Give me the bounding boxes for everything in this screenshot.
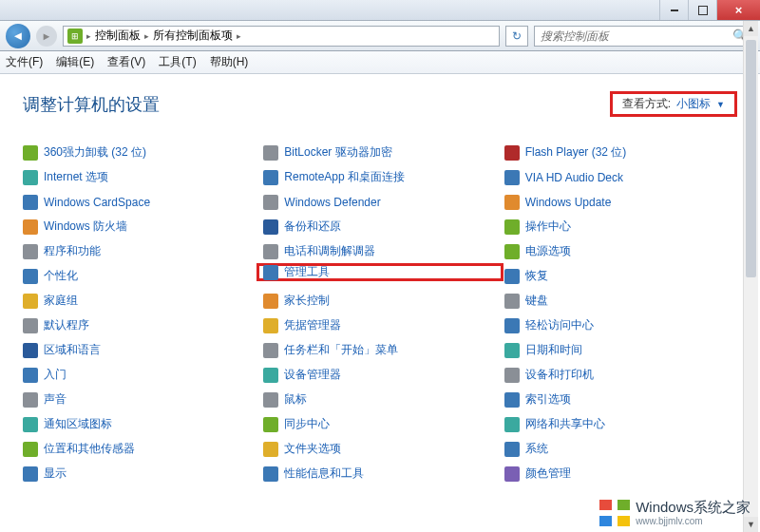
control-panel-item[interactable]: VIA HD Audio Deck xyxy=(504,168,737,186)
control-panel-item[interactable]: 网络和共享中心 xyxy=(504,415,737,433)
breadcrumb-current[interactable]: 所有控制面板项 xyxy=(153,28,233,44)
item-label: 位置和其他传感器 xyxy=(44,441,135,457)
back-button[interactable]: ◄ xyxy=(6,24,30,48)
menu-edit[interactable]: 编辑(E) xyxy=(56,54,94,70)
control-panel-item[interactable]: 性能信息和工具 xyxy=(263,465,496,483)
item-icon xyxy=(263,392,278,408)
item-icon xyxy=(504,195,520,210)
watermark: Windows系统之家 www.bjjmlv.com xyxy=(599,500,750,526)
item-label: 电话和调制解调器 xyxy=(284,243,375,259)
control-panel-item[interactable]: 任务栏和「开始」菜单 xyxy=(263,341,496,359)
control-panel-item[interactable]: 区域和语言 xyxy=(23,341,256,359)
control-panel-item[interactable]: 默认程序 xyxy=(23,316,256,334)
minimize-button[interactable] xyxy=(659,0,688,20)
search-input[interactable] xyxy=(541,29,732,43)
item-label: 性能信息和工具 xyxy=(284,466,364,482)
control-panel-item[interactable]: 360强力卸载 (32 位) xyxy=(23,143,256,162)
close-button[interactable]: × xyxy=(716,0,760,20)
item-label: Windows 防火墙 xyxy=(44,218,127,235)
chevron-down-icon[interactable]: ▼ xyxy=(716,100,725,109)
forward-button[interactable]: ► xyxy=(36,26,57,47)
item-label: 轻松访问中心 xyxy=(525,317,594,333)
menu-tools[interactable]: 工具(T) xyxy=(159,54,196,70)
item-icon xyxy=(504,392,520,408)
control-panel-item[interactable]: 显示 xyxy=(23,465,256,483)
control-panel-item[interactable]: 声音 xyxy=(23,390,256,408)
address-bar[interactable]: ⊞ ▸ 控制面板 ▸ 所有控制面板项 ▸ xyxy=(63,26,500,47)
scroll-up-arrow[interactable]: ▲ xyxy=(744,21,758,36)
control-panel-item[interactable]: 颜色管理 xyxy=(504,465,737,483)
control-panel-item[interactable]: 操作中心 xyxy=(504,218,737,236)
item-label: 入门 xyxy=(44,367,66,383)
search-box[interactable]: 🔍 xyxy=(534,26,754,47)
vertical-scrollbar[interactable]: ▲ ▼ xyxy=(743,21,758,532)
menu-file[interactable]: 文件(F) xyxy=(6,54,43,70)
control-panel-item[interactable]: 管理工具 xyxy=(256,263,503,281)
item-icon xyxy=(504,170,520,185)
control-panel-item[interactable]: BitLocker 驱动器加密 xyxy=(263,143,496,162)
control-panel-item[interactable]: 文件夹选项 xyxy=(263,440,496,458)
item-label: 颜色管理 xyxy=(525,466,571,482)
item-label: 家长控制 xyxy=(284,293,330,309)
item-icon xyxy=(23,219,38,235)
item-label: 鼠标 xyxy=(284,391,307,408)
control-panel-item[interactable]: 鼠标 xyxy=(263,390,496,408)
item-icon xyxy=(504,442,520,457)
item-icon xyxy=(23,417,38,432)
control-panel-item[interactable]: 设备和打印机 xyxy=(504,366,737,384)
control-panel-item[interactable]: 索引选项 xyxy=(504,390,737,408)
control-panel-item[interactable]: Windows 防火墙 xyxy=(23,218,256,236)
item-label: 索引选项 xyxy=(525,391,571,408)
control-panel-item[interactable]: 电话和调制解调器 xyxy=(263,242,496,260)
item-label: 文件夹选项 xyxy=(284,441,341,457)
item-icon xyxy=(23,269,38,284)
control-panel-item[interactable]: Flash Player (32 位) xyxy=(504,143,737,162)
control-panel-item[interactable]: 通知区域图标 xyxy=(23,415,256,433)
item-icon xyxy=(504,269,520,284)
control-panel-item[interactable]: Windows CardSpace xyxy=(23,193,256,211)
item-icon xyxy=(263,294,278,309)
item-label: 同步中心 xyxy=(284,416,330,432)
maximize-button[interactable] xyxy=(688,0,716,20)
control-panel-item[interactable]: 轻松访问中心 xyxy=(504,316,737,334)
control-panel-item[interactable]: 键盘 xyxy=(504,292,737,310)
scroll-thumb[interactable] xyxy=(746,40,756,277)
item-label: 设备和打印机 xyxy=(525,367,594,383)
item-label: BitLocker 驱动器加密 xyxy=(284,144,391,161)
control-panel-item[interactable]: 家庭组 xyxy=(23,292,256,310)
item-icon xyxy=(23,170,38,185)
breadcrumb-root[interactable]: 控制面板 xyxy=(95,28,141,44)
chevron-right-icon: ▸ xyxy=(144,31,149,41)
view-value[interactable]: 小图标 xyxy=(676,96,711,112)
control-panel-item[interactable]: 同步中心 xyxy=(263,415,496,433)
control-panel-item[interactable]: 备份和还原 xyxy=(263,218,496,236)
control-panel-item[interactable]: 设备管理器 xyxy=(263,366,496,384)
control-panel-item[interactable]: Windows Update xyxy=(504,193,737,211)
item-label: 恢复 xyxy=(525,268,548,284)
item-label: 键盘 xyxy=(525,293,548,309)
control-panel-item[interactable]: 电源选项 xyxy=(504,242,737,260)
content-area: 调整计算机的设置 查看方式: 小图标 ▼ 360强力卸载 (32 位)BitLo… xyxy=(0,74,760,532)
item-icon xyxy=(23,466,38,482)
item-label: 默认程序 xyxy=(44,317,89,333)
item-icon xyxy=(504,343,520,358)
chevron-right-icon: ▸ xyxy=(86,31,91,41)
control-panel-item[interactable]: 入门 xyxy=(23,366,256,384)
control-panel-item[interactable]: Internet 选项 xyxy=(23,168,256,186)
control-panel-item[interactable]: 程序和功能 xyxy=(23,242,256,260)
control-panel-item[interactable]: 凭据管理器 xyxy=(263,316,496,334)
control-panel-item[interactable]: Windows Defender xyxy=(263,193,496,211)
control-panel-item[interactable]: 系统 xyxy=(504,440,737,458)
control-panel-item[interactable]: 个性化 xyxy=(23,267,256,285)
item-icon xyxy=(504,219,520,235)
view-mode-selector[interactable]: 查看方式: 小图标 ▼ xyxy=(610,91,737,117)
control-panel-item[interactable]: 恢复 xyxy=(504,267,737,285)
refresh-button[interactable]: ↻ xyxy=(505,26,528,47)
menu-help[interactable]: 帮助(H) xyxy=(210,54,249,70)
menu-view[interactable]: 查看(V) xyxy=(107,54,145,70)
control-panel-item[interactable]: 位置和其他传感器 xyxy=(23,440,256,458)
control-panel-item[interactable]: 家长控制 xyxy=(263,292,496,310)
control-panel-item[interactable]: 日期和时间 xyxy=(504,341,737,359)
item-icon xyxy=(263,417,278,432)
control-panel-item[interactable]: RemoteApp 和桌面连接 xyxy=(263,168,496,186)
